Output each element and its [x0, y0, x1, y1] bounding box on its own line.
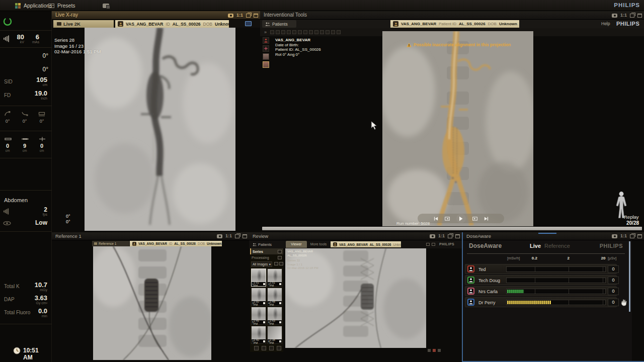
- tool-icon[interactable]: [314, 30, 318, 34]
- interventional-titlebar[interactable]: Interventional Tools 1:1: [260, 11, 644, 20]
- thumbnail-image: [252, 269, 266, 282]
- vertical-scrollbar[interactable]: [629, 241, 630, 312]
- print-icon[interactable]: [269, 346, 274, 350]
- skip-to-start-icon[interactable]: [434, 216, 438, 221]
- processing-button[interactable]: Processing: [250, 254, 283, 260]
- grid-icon[interactable]: [279, 262, 283, 265]
- tool-icon[interactable]: [309, 30, 313, 34]
- tab-live[interactable]: Live: [530, 243, 541, 249]
- patient-banner[interactable]: VAS_ANG_BEVAR Patient ID AL_SS_00026 DOB…: [390, 20, 519, 28]
- tab-more-tools[interactable]: More tools: [308, 241, 329, 248]
- tab-reference-1[interactable]: Reference 1: [92, 241, 129, 246]
- zoom-1-1-label[interactable]: 1:1: [620, 234, 627, 238]
- tool-icon[interactable]: [292, 30, 296, 34]
- maximize-icon[interactable]: [254, 14, 258, 18]
- sort-icon[interactable]: [274, 262, 278, 265]
- maximize-icon[interactable]: [455, 234, 460, 238]
- series-thumbnail[interactable]: 61:43 PM: [267, 307, 282, 325]
- series-list-button[interactable]: Series: [250, 248, 283, 254]
- vessel-marker-icon[interactable]: [263, 45, 269, 52]
- camera-icon[interactable]: [612, 14, 617, 18]
- tool-icon[interactable]: [270, 30, 274, 34]
- tool-icon[interactable]: [337, 30, 341, 34]
- snapshot-icon[interactable]: [277, 346, 281, 350]
- tool-icon[interactable]: [281, 30, 285, 34]
- restore-icon[interactable]: [235, 234, 239, 238]
- live-xray-viewport[interactable]: [85, 28, 235, 231]
- series-thumbnail[interactable]: 21:51 PM: [267, 268, 282, 287]
- next-frame-icon[interactable]: [472, 216, 477, 221]
- export-icon[interactable]: [262, 346, 266, 350]
- tab-viewer[interactable]: Viewer: [286, 241, 307, 248]
- tab-live-2k[interactable]: Live 2K: [53, 20, 114, 28]
- help-link[interactable]: Help: [601, 21, 610, 26]
- restore-icon[interactable]: [246, 14, 251, 18]
- horizontal-scrollbar[interactable]: [262, 227, 642, 230]
- snapshot-button[interactable]: [103, 0, 109, 11]
- roadmap-thumbnail-selected[interactable]: [263, 61, 269, 68]
- tool-icon[interactable]: [276, 30, 280, 34]
- zoom-1-1-button[interactable]: 1:1: [236, 13, 243, 18]
- series-thumbnail[interactable]: 11:51 PM: [251, 268, 266, 287]
- vessel-navigator-viewport[interactable]: Possible inaccurate alignment in this pr…: [382, 31, 533, 226]
- maximize-icon[interactable]: [243, 234, 247, 238]
- tool-icon[interactable]: [326, 30, 330, 34]
- patient-banner[interactable]: VAS_ANG_BEVAR ID AL_SS_00026 DOB Unknown: [130, 241, 222, 246]
- maximize-icon[interactable]: [637, 14, 642, 18]
- dose-row[interactable]: Dr Perry0: [465, 297, 617, 307]
- patients-tab[interactable]: Patients: [262, 20, 296, 28]
- patient-marker-icon[interactable]: [263, 37, 269, 44]
- tool-icon[interactable]: [303, 30, 307, 34]
- live-xray-titlebar[interactable]: Live X-ray 1:1: [52, 11, 260, 20]
- review-titlebar[interactable]: Review 1:1: [249, 232, 462, 240]
- camera-icon[interactable]: [612, 234, 617, 238]
- patients-tab[interactable]: Patients: [251, 241, 274, 247]
- reference-titlebar[interactable]: Reference 1 1:1: [52, 232, 249, 240]
- select-icon[interactable]: [254, 346, 259, 350]
- tool-icon[interactable]: [287, 30, 291, 34]
- fluoro-flavor-value[interactable]: Low: [27, 219, 47, 226]
- series-thumbnail[interactable]: 71:40 PM: [251, 326, 266, 344]
- restore-icon[interactable]: [448, 234, 452, 238]
- maximize-icon[interactable]: [637, 234, 642, 238]
- dose-row[interactable]: Tech Doug0: [465, 275, 617, 285]
- camera-icon[interactable]: [430, 234, 435, 238]
- arrow-icon[interactable]: [432, 243, 435, 246]
- presets-button[interactable]: Presets: [48, 0, 75, 11]
- series-thumbnail[interactable]: 41:48 PM: [267, 288, 282, 306]
- dose-row[interactable]: Ted0: [465, 264, 617, 274]
- review-viewport[interactable]: VAS_ANG_BEVAR AL_SS_00026 Series 32 Imag…: [285, 248, 426, 348]
- camera-icon[interactable]: [228, 14, 233, 18]
- patient-banner[interactable]: VAS_ANG_BEVAR ID AL_SS_00026 DOB Unknown: [115, 20, 229, 28]
- tool-icon[interactable]: [320, 30, 324, 34]
- dose-row[interactable]: Nrs Carla0: [465, 286, 617, 296]
- applications-button[interactable]: Applications: [15, 0, 52, 11]
- restore-icon[interactable]: [630, 14, 634, 18]
- protocol-label[interactable]: Abdomen: [4, 197, 28, 203]
- play-button[interactable]: [456, 214, 466, 223]
- series-thumbnail[interactable]: 81:38 PM: [267, 326, 282, 344]
- zoom-1-1-button[interactable]: 1:1: [438, 234, 445, 238]
- table-unit-1: cm: [1, 149, 14, 152]
- reference-viewport[interactable]: [93, 246, 211, 360]
- fps-value: 2: [32, 206, 47, 213]
- tool-icon[interactable]: [331, 30, 335, 34]
- series-thumbnail[interactable]: 51:45 PM: [251, 307, 266, 325]
- doseaware-titlebar[interactable]: DoseAware 1:1: [463, 232, 644, 240]
- tab-reference[interactable]: Reference: [544, 243, 570, 249]
- previous-frame-icon[interactable]: [445, 216, 450, 221]
- send-to-monitor-icon[interactable]: [245, 21, 252, 26]
- zoom-1-1-button[interactable]: 1:1: [620, 13, 627, 18]
- patient-banner[interactable]: VAS_ANG_BEVAR AL_SS_00026 Unknown: [331, 241, 401, 247]
- tool-icon[interactable]: [298, 30, 302, 34]
- series-thumbnail[interactable]: 31:50 PM: [251, 288, 266, 306]
- standby-icon[interactable]: [3, 17, 12, 26]
- expand-icon[interactable]: »: [264, 30, 267, 35]
- system-icon[interactable]: [426, 243, 430, 246]
- zoom-1-1-button[interactable]: 1:1: [225, 234, 232, 238]
- roadmap-thumbnail[interactable]: [263, 53, 269, 60]
- skip-to-end-icon[interactable]: [484, 216, 489, 221]
- restore-icon[interactable]: [630, 234, 634, 238]
- camera-icon[interactable]: [217, 234, 222, 238]
- image-filter-dropdown[interactable]: All Images▾: [251, 261, 272, 267]
